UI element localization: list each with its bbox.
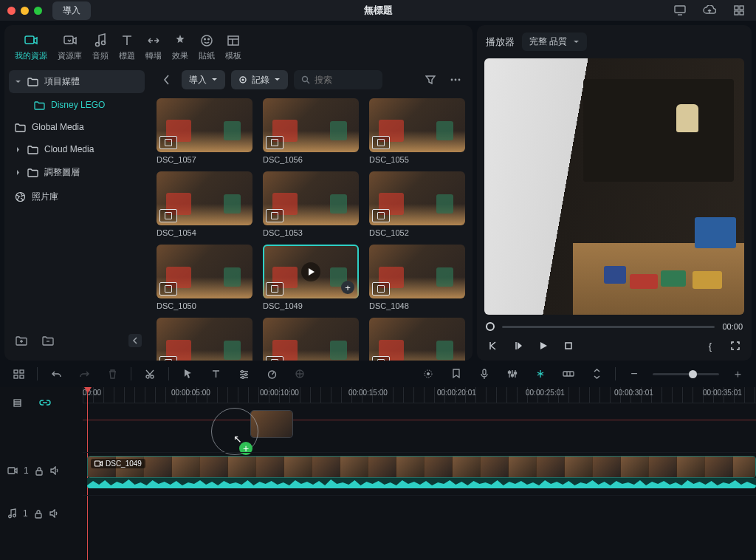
mode-tab-templates[interactable]: 模板 bbox=[225, 33, 241, 61]
prev-frame-button[interactable] bbox=[486, 338, 501, 353]
seek-handle[interactable] bbox=[486, 322, 495, 331]
seek-bar[interactable] bbox=[502, 326, 715, 328]
video-track[interactable]: DSC_1049 bbox=[83, 452, 756, 489]
undo-button[interactable] bbox=[47, 364, 66, 383]
clip-item[interactable]: +DSC_1049 bbox=[263, 245, 359, 310]
audio-track-header[interactable]: 1 bbox=[0, 495, 83, 532]
audio-track[interactable] bbox=[83, 495, 756, 532]
clip-item[interactable]: +DSC_1053 bbox=[263, 171, 359, 237]
text-tool[interactable] bbox=[206, 364, 225, 383]
filter-button[interactable] bbox=[421, 70, 440, 89]
video-preview[interactable] bbox=[484, 58, 744, 315]
mute-icon[interactable] bbox=[49, 466, 60, 475]
clip-thumbnail[interactable]: + bbox=[157, 318, 252, 361]
clip-thumbnail[interactable]: + bbox=[263, 245, 359, 298]
zoom-out-button[interactable]: − bbox=[625, 364, 644, 383]
mute-icon[interactable] bbox=[49, 509, 59, 518]
adjust-tool[interactable] bbox=[234, 364, 253, 383]
timeline-link-button[interactable] bbox=[35, 393, 55, 412]
search-input[interactable] bbox=[294, 70, 382, 89]
clip-item[interactable]: +DSC_1048 bbox=[369, 245, 465, 310]
clip-thumbnail[interactable]: + bbox=[157, 245, 252, 298]
lock-icon[interactable] bbox=[35, 466, 44, 476]
mode-tab-effects[interactable]: 效果 bbox=[172, 33, 188, 61]
layout-grid-icon[interactable] bbox=[729, 1, 749, 20]
timeline-body[interactable]: 00:0000:00:05:0000:00:10:0000:00:15:0000… bbox=[83, 387, 756, 560]
lock-icon[interactable] bbox=[34, 509, 43, 519]
ruler-label: 00:00:30:01 bbox=[614, 389, 703, 397]
clip-thumbnail[interactable]: + bbox=[263, 318, 359, 361]
minimize-window-button[interactable] bbox=[21, 7, 29, 15]
clip-thumbnail[interactable]: + bbox=[369, 171, 465, 225]
timeline-clip[interactable]: DSC_1049 bbox=[87, 456, 756, 478]
video-track-header[interactable]: 1 bbox=[0, 452, 83, 489]
clip-item[interactable]: +DSC_1052 bbox=[369, 171, 465, 237]
bracket-tool-button[interactable]: { bbox=[703, 338, 718, 353]
mode-tab-stickers[interactable]: 貼紙 bbox=[199, 33, 215, 61]
fullscreen-window-button[interactable] bbox=[34, 7, 42, 15]
clip-item[interactable]: +DSC_1045 bbox=[369, 318, 465, 361]
tree-adjustment-layer[interactable]: 調整圖層 bbox=[9, 161, 145, 184]
play-button[interactable] bbox=[536, 338, 551, 353]
new-folder-button[interactable] bbox=[12, 331, 31, 350]
zoom-in-button[interactable]: ＋ bbox=[728, 364, 747, 383]
display-settings-icon[interactable] bbox=[670, 1, 690, 20]
color-scope-button[interactable] bbox=[419, 364, 438, 383]
tree-global-media[interactable]: Global Media bbox=[9, 117, 145, 137]
redo-button[interactable] bbox=[75, 364, 94, 383]
clip-item[interactable]: +DSC_1054 bbox=[157, 171, 252, 237]
clip-item[interactable]: +DSC_1055 bbox=[369, 98, 465, 164]
collapse-tree-button[interactable] bbox=[128, 334, 142, 347]
mode-tab-titles[interactable]: 標題 bbox=[119, 33, 135, 61]
clip-thumbnail[interactable]: + bbox=[263, 171, 359, 225]
nav-back-button[interactable] bbox=[157, 70, 176, 89]
mic-button[interactable] bbox=[475, 364, 494, 383]
zoom-slider[interactable] bbox=[653, 373, 719, 375]
cloud-upload-icon[interactable] bbox=[700, 1, 719, 20]
tree-cloud-media[interactable]: Cloud Media bbox=[9, 139, 145, 160]
mode-tab-stock[interactable]: 資源庫 bbox=[58, 33, 82, 61]
tree-project-media[interactable]: 項目媒體 bbox=[9, 70, 145, 93]
mode-tab-transition[interactable]: 轉場 bbox=[145, 33, 162, 61]
record-dropdown[interactable]: 記錄 bbox=[231, 70, 288, 89]
remove-folder-button[interactable] bbox=[38, 331, 58, 350]
link-button[interactable] bbox=[559, 364, 578, 383]
clip-item[interactable]: +DSC_1056 bbox=[263, 98, 359, 164]
more-menu-button[interactable] bbox=[446, 70, 465, 89]
mixer-button[interactable] bbox=[503, 364, 522, 383]
clip-thumbnail[interactable]: + bbox=[263, 98, 359, 152]
tree-photo-library[interactable]: 照片庫 bbox=[9, 185, 145, 208]
clip-thumbnail[interactable]: + bbox=[369, 98, 465, 152]
workspace-tab-import[interactable]: 導入 bbox=[52, 1, 91, 20]
thumbnails-toggle[interactable] bbox=[9, 364, 28, 383]
cut-tool[interactable] bbox=[140, 364, 159, 383]
clip-thumbnail[interactable]: + bbox=[369, 245, 465, 298]
search-field[interactable] bbox=[315, 75, 374, 85]
quality-dropdown[interactable]: 完整 品質 bbox=[522, 33, 587, 51]
snap-button[interactable] bbox=[531, 364, 550, 383]
expand-player-button[interactable] bbox=[728, 338, 743, 353]
step-back-button[interactable] bbox=[511, 338, 526, 353]
import-dropdown[interactable]: 導入 bbox=[182, 70, 225, 89]
timeline-ruler[interactable]: 00:0000:00:05:0000:00:10:0000:00:15:0000… bbox=[83, 387, 756, 403]
speed-tool[interactable] bbox=[262, 364, 281, 383]
play-overlay-icon[interactable] bbox=[301, 262, 320, 281]
mode-tab-audio[interactable]: 音頻 bbox=[92, 33, 109, 61]
crop-tool[interactable] bbox=[290, 364, 309, 383]
clip-thumbnail[interactable]: + bbox=[369, 318, 465, 361]
mode-tab-my-media[interactable]: 我的資源 bbox=[15, 33, 47, 61]
marker-button[interactable] bbox=[447, 364, 466, 383]
delete-button[interactable] bbox=[103, 364, 122, 383]
select-tool[interactable] bbox=[178, 364, 197, 383]
stop-button[interactable] bbox=[561, 338, 576, 353]
collapse-tracks-button[interactable] bbox=[587, 364, 606, 383]
clip-item[interactable]: +DSC_1047 bbox=[157, 318, 252, 361]
timeline-copy-button[interactable] bbox=[7, 393, 27, 412]
tree-project-child[interactable]: Disney LEGO bbox=[9, 95, 145, 115]
clip-thumbnail[interactable]: + bbox=[157, 98, 252, 152]
clip-item[interactable]: +DSC_1057 bbox=[157, 98, 252, 164]
clip-item[interactable]: +DSC_1050 bbox=[157, 245, 252, 310]
close-window-button[interactable] bbox=[7, 7, 16, 15]
clip-thumbnail[interactable]: + bbox=[157, 171, 252, 225]
clip-item[interactable]: +DSC_1046 bbox=[263, 318, 359, 361]
